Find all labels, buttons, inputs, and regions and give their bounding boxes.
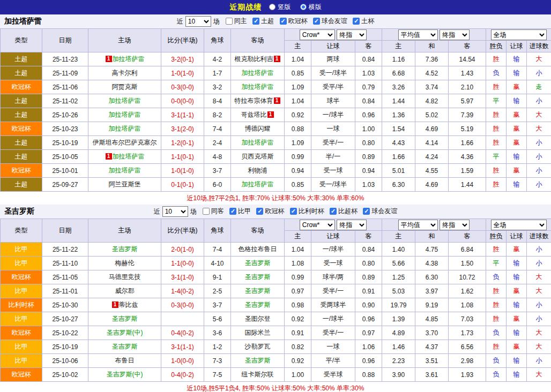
avg-stage-select[interactable]: 终指 [440,220,470,230]
away-team[interactable]: 圣吉罗斯 [231,284,285,298]
checkbox-icon[interactable] [280,18,287,25]
filter-checkbox[interactable]: 欧冠杯 [256,207,284,216]
home-team[interactable]: 1加拉塔萨雷 [88,52,161,66]
away-team[interactable]: 加拉塔萨雷 [231,136,285,150]
checkbox-icon[interactable] [252,18,259,25]
checkbox-icon[interactable] [203,208,210,215]
corner-score: 7-4 [204,243,231,257]
filter-checkbox[interactable]: 比甲 [229,207,251,216]
home-team[interactable]: 圣吉罗斯(中) [88,326,161,340]
avg-odds-draw: 4.82 [415,94,449,108]
away-team[interactable]: 圣吉罗斯 [231,257,285,270]
filter-checkbox[interactable]: 比超杯 [330,207,358,216]
match-count-select[interactable]: 10 [185,16,211,27]
home-team[interactable]: 马德里竞技 [88,270,161,284]
filter-checkbox[interactable]: 球会友谊 [313,17,347,26]
odds-handicap: 受平/半 [311,80,355,94]
odds-stage-select[interactable]: 终指 [337,29,367,40]
col-wdl-header: 胜负 [486,41,507,52]
away-team[interactable]: 圣吉罗斯 [231,270,285,284]
checkbox-icon[interactable] [226,18,233,25]
home-team[interactable]: 加拉塔萨雷 [88,122,161,136]
checkbox-icon[interactable] [313,18,320,25]
away-team[interactable]: 色格拉布鲁日 [231,243,285,257]
result-handicap: 输 [507,354,527,368]
home-team[interactable]: 阿贾克斯 [88,80,161,94]
col-wdl-header: 胜负 [486,231,507,243]
home-team[interactable]: 伊斯坦布尔巴萨克塞尔 [88,136,161,150]
avg-odds-draw: 3.61 [415,368,449,382]
away-team[interactable]: 加拉塔萨雷 [231,66,285,80]
away-team[interactable]: 加拉塔萨雷 [231,178,285,192]
odds-company-select[interactable]: Crow* [300,29,335,40]
home-team[interactable]: 威尔郡 [88,284,161,298]
filter-checkbox[interactable]: 球会友谊 [363,207,397,216]
filter-checkbox[interactable]: 同客 [203,207,224,216]
avg-odds-select[interactable]: 平均值 [398,29,438,40]
away-team[interactable]: 博德闪耀 [231,122,285,136]
layout-radio[interactable]: 竖版 [269,3,291,12]
checkbox-icon[interactable] [363,208,370,215]
away-team[interactable]: 圣吉罗斯 [231,298,285,312]
away-team[interactable]: 纽卡斯尔联 [231,368,285,382]
fulltime-select[interactable]: 全场 [491,220,547,230]
away-team[interactable]: 利物浦 [231,164,285,178]
filter-checkbox[interactable]: 比利时杯 [290,207,324,216]
layout-radio[interactable]: 横版 [300,3,322,12]
home-team[interactable]: 圣吉罗斯(中) [88,368,161,382]
away-team[interactable]: 国际米兰 [231,326,285,340]
home-team[interactable]: 高卡尔利 [88,66,161,80]
avg-odds-home: 19.79 [382,298,415,312]
home-team[interactable]: 1蒂比兹 [88,298,161,312]
match-row: 土超 25-10-05 1加拉塔萨雷 1-1(0-1) 4-8 贝西克塔斯 0.… [1,150,551,164]
home-team[interactable]: 1加拉塔萨雷 [88,150,161,164]
away-team[interactable]: 沙勒罗瓦 [231,340,285,354]
match-date: 25-10-22 [42,326,88,340]
home-team[interactable]: 加拉塔萨雷 [88,108,161,122]
avg-odds-draw: 4.52 [415,66,449,80]
radio-icon[interactable] [269,4,276,10]
league-type: 土超 [1,178,42,192]
odds-handicap: 球半/两 [311,270,355,284]
home-team[interactable]: 阿兰亚斯堡 [88,178,161,192]
away-team[interactable]: 根克勒比利吉1 [231,52,285,66]
away-team[interactable]: 圣吉罗斯 [231,354,285,368]
avg-odds-select[interactable]: 平均值 [398,220,438,230]
checkbox-icon[interactable] [290,208,297,215]
checkbox-label: 球会友谊 [322,17,347,26]
avg-odds-home: 1.25 [382,270,415,284]
odds-company-select[interactable]: Crow* [300,220,335,230]
away-team[interactable]: 加拉塔萨雷 [231,80,285,94]
home-team[interactable]: 圣吉罗斯 [88,312,161,326]
avg-stage-select[interactable]: 终指 [440,29,470,40]
odds-home: 1.04 [285,94,311,108]
checkbox-icon[interactable] [229,208,236,215]
away-team[interactable]: 特拉布宗体育1 [231,94,285,108]
home-team[interactable]: 圣吉罗斯 [88,340,161,354]
filter-checkbox[interactable]: 欧冠杯 [280,17,308,26]
match-date: 25-11-22 [42,243,88,257]
odds-home: 0.85 [285,178,311,192]
topbar: 近期战绩 竖版 横版 [0,0,551,14]
filter-checkbox[interactable]: 同主 [226,17,247,26]
away-team[interactable]: 贝西克塔斯 [231,150,285,164]
home-team[interactable]: 梅赫伦 [88,257,161,270]
home-team[interactable]: 加拉塔萨雷 [88,94,161,108]
checkbox-icon[interactable] [353,18,360,25]
home-team[interactable]: 布鲁日 [88,354,161,368]
odds-stage-select[interactable]: 终指 [337,220,367,230]
checkbox-icon[interactable] [330,208,337,215]
odds-away: 0.84 [355,243,382,257]
fulltime-select[interactable]: 全场 [491,29,547,40]
home-team[interactable]: 加拉塔萨雷 [88,164,161,178]
filter-checkbox[interactable]: 土杯 [353,17,374,26]
radio-icon[interactable] [300,4,307,10]
section-header-2: 圣吉罗斯 近 10 场 同客 比甲 欧冠杯 [0,205,551,218]
checkbox-icon[interactable] [256,208,263,215]
filter-checkbox[interactable]: 土超 [252,17,274,26]
away-team[interactable]: 圣图尔登 [231,312,285,326]
match-count-select[interactable]: 10 [162,206,188,217]
home-team[interactable]: 圣吉罗斯 [88,243,161,257]
away-team[interactable]: 哥兹塔比1 [231,108,285,122]
odds-away: 0.84 [355,94,382,108]
